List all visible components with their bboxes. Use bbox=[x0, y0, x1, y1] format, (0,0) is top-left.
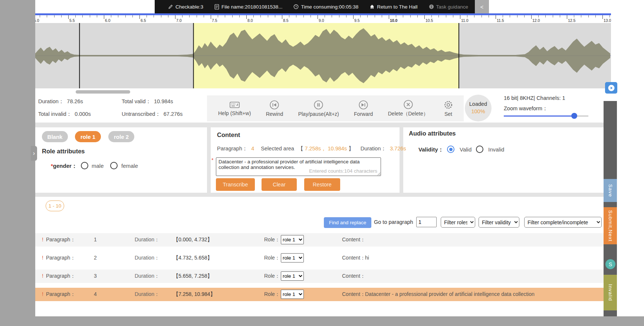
ruler-tick bbox=[467, 15, 467, 17]
ruler-tick bbox=[588, 15, 589, 17]
row-role-label: Role： bbox=[264, 255, 280, 261]
validity-valid-radio[interactable] bbox=[447, 146, 454, 153]
row-role-select[interactable]: role 1 bbox=[281, 235, 304, 244]
timeline-ruler: 5.05.56.06.57.07.58.08.59.09.510.010.511… bbox=[35, 15, 611, 23]
paragraph-number: 4 bbox=[251, 146, 254, 151]
forward-button[interactable]: Forward bbox=[354, 100, 373, 117]
return-hall-link[interactable]: Return to The Hall bbox=[369, 4, 417, 10]
transcription-textarea[interactable]: Datacenter - a professional provider of … bbox=[216, 157, 381, 176]
loaded-percent: 100% bbox=[471, 108, 485, 115]
restore-button[interactable]: Restore bbox=[304, 178, 340, 191]
ruler-tick bbox=[68, 15, 69, 19]
pagination-range[interactable]: 1 - 10 bbox=[46, 201, 64, 211]
ruler-label: 10.5 bbox=[426, 18, 433, 23]
role-tab-blank[interactable]: Blank bbox=[42, 131, 68, 142]
row-alert-mark: ! bbox=[42, 291, 43, 297]
transcribe-button[interactable]: Transcribe bbox=[216, 178, 255, 191]
help-button[interactable]: Help (Shift+w) bbox=[218, 101, 251, 116]
stat-duration: Duration：78.26s bbox=[38, 98, 83, 105]
filter-complete-select[interactable]: Filter complete/incomplete bbox=[524, 217, 602, 228]
ruler-tick bbox=[332, 15, 332, 17]
ruler-tick bbox=[61, 15, 62, 17]
gender-female-radio[interactable] bbox=[110, 162, 118, 169]
play-pause-button[interactable]: Play/pause(Alt+z) bbox=[298, 100, 339, 117]
play-pause-label: Play/pause(Alt+z) bbox=[298, 111, 339, 117]
ruler-label: 12.0 bbox=[532, 18, 540, 23]
play-icon bbox=[608, 84, 615, 92]
filter-validity-select[interactable]: Filter validity bbox=[479, 217, 519, 228]
filter-roles-select[interactable]: Filter roles bbox=[441, 217, 475, 228]
zoom-waveform-label: Zoom waveform： bbox=[504, 105, 548, 112]
validity-valid-label: Valid bbox=[460, 146, 472, 153]
role-tab-role1[interactable]: role 1 bbox=[75, 131, 101, 142]
ruler-tick bbox=[560, 15, 560, 17]
ruler-tick bbox=[431, 15, 432, 17]
role-attributes-heading: Role attributes bbox=[42, 148, 85, 155]
card-divider bbox=[207, 123, 211, 193]
sidebar-play-button[interactable] bbox=[605, 82, 617, 94]
ruler-tick bbox=[346, 15, 346, 17]
ruler-tick bbox=[175, 15, 175, 19]
home-icon bbox=[369, 4, 375, 9]
row-content-label: Content： bbox=[342, 273, 365, 280]
table-row[interactable]: ! Paragraph： 2 Duration： 【4.732, 5.658】 … bbox=[35, 251, 605, 265]
stat-total-valid: Total valid：10.984s bbox=[122, 98, 173, 105]
submit-next-button[interactable]: Submit,Next bbox=[604, 207, 617, 244]
ruler-tick bbox=[325, 15, 325, 17]
user-avatar[interactable]: S bbox=[605, 259, 615, 269]
ruler-tick bbox=[474, 15, 474, 17]
row-role-select[interactable]: role 1 bbox=[281, 271, 304, 281]
task-guidance-link[interactable]: Task guidance bbox=[429, 4, 468, 10]
stat-total-invalid-value: 0.000s bbox=[75, 111, 91, 117]
ruler-label: 8.5 bbox=[283, 18, 289, 23]
ruler-tick bbox=[310, 15, 311, 17]
ruler-tick bbox=[218, 15, 218, 17]
ruler-tick bbox=[125, 15, 126, 17]
goto-paragraph-input[interactable] bbox=[416, 217, 437, 227]
set-button[interactable]: Set bbox=[443, 100, 453, 117]
validity-invalid-radio[interactable] bbox=[476, 146, 483, 153]
validity-invalid-label: Invalid bbox=[488, 146, 504, 153]
rewind-button[interactable]: Rewind bbox=[266, 100, 283, 117]
waveform-scrollbar[interactable] bbox=[76, 90, 130, 94]
ruler-tick bbox=[111, 15, 111, 17]
invalid-button[interactable]: Invalid bbox=[604, 275, 617, 310]
zoom-slider-thumb[interactable] bbox=[571, 113, 577, 119]
clear-button[interactable]: Clear bbox=[262, 178, 297, 191]
ruler-tick bbox=[353, 15, 354, 19]
bottom-gutter bbox=[0, 316, 644, 326]
section-divider bbox=[35, 123, 605, 127]
ruler-tick bbox=[574, 15, 574, 17]
ruler-tick bbox=[367, 15, 368, 17]
file-icon bbox=[214, 4, 219, 10]
ruler-label: 5.5 bbox=[69, 18, 75, 23]
ruler-tick bbox=[282, 15, 282, 19]
audio-attributes-heading: Audio attributes bbox=[409, 130, 456, 137]
gender-male-radio[interactable] bbox=[81, 162, 88, 169]
row-paragraph-label: Paragraph： bbox=[46, 255, 75, 261]
gender-female-label: female bbox=[121, 163, 138, 169]
collapse-topbar-button[interactable]: < bbox=[475, 0, 489, 13]
forward-label: Forward bbox=[354, 111, 373, 117]
ruler-tick bbox=[303, 15, 304, 17]
ruler-tick bbox=[496, 15, 496, 19]
role-tab-role2[interactable]: role 2 bbox=[108, 131, 134, 142]
ruler-tick bbox=[517, 15, 518, 17]
table-row[interactable]: ! Paragraph： 3 Duration： 【5.658, 7.258】 … bbox=[35, 270, 605, 283]
expand-panel-tab[interactable]: › bbox=[31, 146, 37, 161]
ruler-tick bbox=[403, 15, 403, 17]
delete-button[interactable]: Delete（Delete） bbox=[388, 100, 428, 117]
table-row[interactable]: ! Paragraph： 1 Duration： 【0.000, 4.732】 … bbox=[35, 233, 605, 247]
save-button[interactable]: Save bbox=[604, 179, 617, 202]
ruler-tick bbox=[47, 15, 47, 17]
ruler-tick bbox=[538, 15, 539, 17]
find-replace-button[interactable]: Find and replace bbox=[324, 217, 371, 228]
required-asterisk: * bbox=[211, 157, 213, 163]
row-content-value: Datacenter - a professional provider of … bbox=[365, 291, 535, 297]
table-row-selected[interactable]: ! Paragraph： 4 Duration： 【7.258, 10.984】… bbox=[35, 288, 605, 301]
waveform-canvas[interactable] bbox=[35, 23, 611, 88]
row-paragraph-label: Paragraph： bbox=[46, 291, 75, 298]
row-role-select[interactable]: role 1 bbox=[281, 253, 304, 263]
content-heading: Content bbox=[217, 131, 240, 138]
row-role-select[interactable]: role 1 bbox=[281, 290, 304, 299]
